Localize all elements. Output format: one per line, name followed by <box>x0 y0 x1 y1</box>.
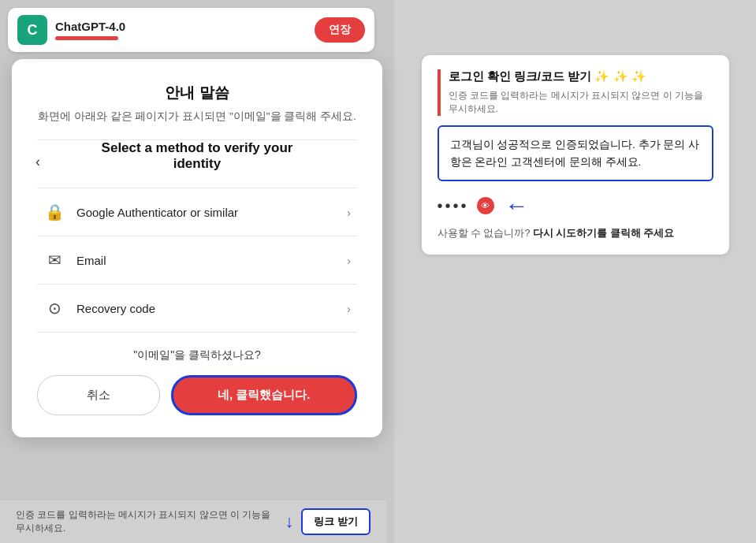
right-card: 로그인 확인 링크/코드 받기 ✨ ✨ ✨ 인증 코드를 입력하라는 메시지가 … <box>422 55 729 255</box>
modal-actions: 취소 네, 클릭했습니다. <box>37 375 357 415</box>
auth-option-email-label: Email <box>76 254 347 267</box>
chatgpt-title-block: ChatGPT-4.0 <box>55 20 307 40</box>
retry-text: 사용할 수 없습니까? 다시 시도하기를 클릭해 주세요 <box>438 227 713 240</box>
confirm-button[interactable]: 네, 클릭했습니다. <box>171 375 357 415</box>
success-box: 고객님이 성공적으로 인증되었습니다. 추가 문의 사항은 온라인 고객센터에 … <box>438 125 713 181</box>
blue-arrow-right-icon: ← <box>505 192 529 219</box>
cancel-button[interactable]: 취소 <box>37 375 160 415</box>
right-card-title: 로그인 확인 링크/코드 받기 ✨ ✨ ✨ <box>449 69 713 84</box>
blue-arrow-icon: ↓ <box>285 511 293 532</box>
email-icon: ✉ <box>43 249 65 271</box>
auth-option-recovery-label: Recovery code <box>76 302 347 315</box>
right-panel: 로그인 확인 링크/코드 받기 ✨ ✨ ✨ 인증 코드를 입력하라는 메시지가 … <box>394 0 756 543</box>
lock-icon: 🔒 <box>43 201 65 223</box>
recovery-icon: ⊙ <box>43 297 65 319</box>
link-receive-button[interactable]: 링크 받기 <box>301 508 371 535</box>
chatgpt-header: C ChatGPT-4.0 연장 <box>8 8 374 52</box>
password-dots: •••• <box>438 197 469 215</box>
auth-option-authenticator[interactable]: 🔒 Google Authenticator or similar › <box>37 188 357 236</box>
modal-heading: Select a method to verify your identity <box>37 140 357 172</box>
chatgpt-subtitle <box>55 36 118 40</box>
chatgpt-logo: C <box>17 15 47 45</box>
card-accent-border: 로그인 확인 링크/코드 받기 ✨ ✨ ✨ 인증 코드를 입력하라는 메시지가 … <box>438 69 713 116</box>
password-row: •••• 👁 ← <box>438 192 713 219</box>
back-button[interactable]: ‹ <box>35 154 40 170</box>
chevron-right-icon-2: › <box>347 254 351 267</box>
auth-option-recovery[interactable]: ⊙ Recovery code › <box>37 285 357 333</box>
modal-question: "이메일"을 클릭하셨나요? <box>37 348 357 363</box>
retry-link[interactable]: 다시 시도하기를 클릭해 주세요 <box>533 228 674 239</box>
modal-subtitle: 화면에 아래와 같은 페이지가 표시되면 "이메일"을 클릭해 주세요. <box>37 110 357 124</box>
chevron-right-icon-3: › <box>347 302 351 315</box>
right-card-subtitle: 인증 코드를 입력하라는 메시지가 표시되지 않으면 이 기능을 무시하세요. <box>449 89 713 116</box>
chatgpt-title: ChatGPT-4.0 <box>55 20 307 33</box>
chevron-right-icon: › <box>347 206 351 219</box>
modal: 안내 말씀 화면에 아래와 같은 페이지가 표시되면 "이메일"을 클릭해 주세… <box>12 59 382 437</box>
extend-button[interactable]: 연장 <box>315 17 365 43</box>
bottom-bar-text: 인증 코드를 입력하라는 메시지가 표시되지 않으면 이 기능을 무시하세요. <box>16 508 277 535</box>
modal-title: 안내 말씀 <box>37 83 357 103</box>
logo-text: C <box>28 22 38 39</box>
bottom-bar: 인증 코드를 입력하라는 메시지가 표시되지 않으면 이 기능을 무시하세요. … <box>0 500 386 543</box>
auth-option-authenticator-label: Google Authenticator or similar <box>76 206 347 219</box>
eye-icon[interactable]: 👁 <box>477 197 494 214</box>
auth-option-email[interactable]: ✉ Email › <box>37 236 357 285</box>
left-panel: C ChatGPT-4.0 연장 안내 말씀 화면에 아래와 같은 페이지가 표… <box>0 0 394 543</box>
